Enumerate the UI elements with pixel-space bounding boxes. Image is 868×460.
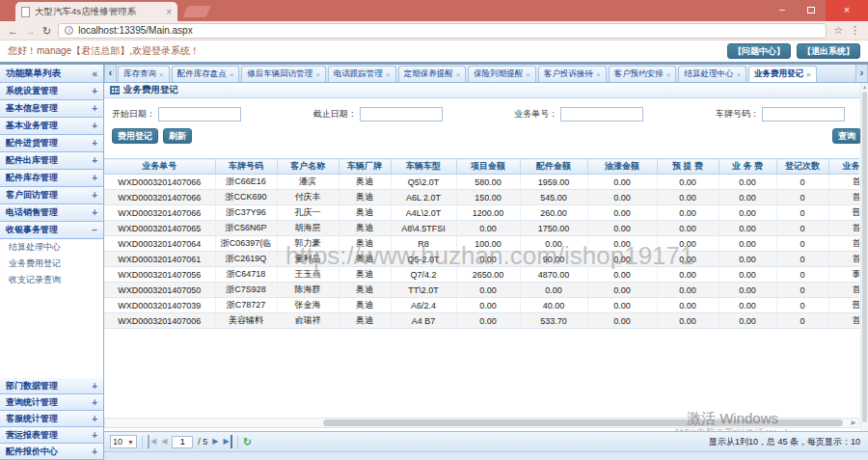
vscroll-thumb[interactable] <box>862 92 867 422</box>
table-row[interactable]: WXD0003201407065浙C56N6P胡海层奥迪A8\4.5TFSI0.… <box>104 221 859 236</box>
logout-button[interactable]: 【退出系统】 <box>797 43 860 59</box>
tab-close-icon[interactable]: × <box>736 70 741 79</box>
sidebar-group-配件库存管理[interactable]: 配件库存管理+ <box>0 170 103 187</box>
column-header-车辆车型[interactable]: 车辆车型 <box>391 159 456 175</box>
sidebar-group-配件进货管理[interactable]: 配件进货管理+ <box>0 135 103 152</box>
column-header-登记次数[interactable]: 登记次数 <box>776 159 828 175</box>
tab-close-icon[interactable]: × <box>315 70 320 79</box>
tab-业务费用登记[interactable]: 业务费用登记× <box>748 66 817 82</box>
grid-cell: Q5\2.0T <box>391 175 456 190</box>
pagination-bar: 10 ▼ ◀ ◀ / 5 ▶ ▶ ↻ 显示从1到10，总 45 条，每页显示：1… <box>104 431 868 451</box>
last-page-icon[interactable]: ▶ <box>223 435 231 448</box>
fee-register-button[interactable]: 费用登记 <box>112 128 158 144</box>
plate-no-input[interactable] <box>762 107 845 122</box>
bookmark-star-icon[interactable]: ☆ <box>833 24 843 37</box>
sidebar-group-部门数据管理[interactable]: 部门数据管理+ <box>0 378 103 394</box>
column-header-项目金额[interactable]: 项目金额 <box>456 159 520 175</box>
sidebar-item-业务费用登记[interactable]: 业务费用登记 <box>0 256 103 272</box>
browser-menu-icon[interactable]: ⋮ <box>850 24 860 37</box>
sidebar-group-客户回访管理[interactable]: 客户回访管理+ <box>0 187 103 204</box>
sidebar-group-系统设置管理[interactable]: 系统设置管理+ <box>0 83 103 100</box>
tab-scroll-left-icon[interactable]: ‹ <box>104 65 117 82</box>
tab-配件库存盘点[interactable]: 配件库存盘点× <box>172 66 240 82</box>
minimize-button[interactable]: – <box>768 0 797 21</box>
table-row[interactable]: WXD0003201407066浙CCK690付庆丰奥迪A6L 2.0T150.… <box>104 190 859 205</box>
sidebar-group-客服统计管理[interactable]: 客服统计管理+ <box>0 411 103 427</box>
tab-库存查询[interactable]: 库存查询× <box>118 66 170 82</box>
tab-结算处理中心[interactable]: 结算处理中心× <box>678 66 746 82</box>
sidebar-item-结算处理中心[interactable]: 结算处理中心 <box>0 239 103 256</box>
search-button[interactable]: 查询 <box>832 128 861 144</box>
tab-电话跟踪管理[interactable]: 电话跟踪管理× <box>328 66 396 82</box>
column-header-业 务 费[interactable]: 业 务 费 <box>719 159 776 175</box>
sidebar-collapse-icon[interactable]: « <box>92 68 97 79</box>
order-no-input[interactable] <box>560 107 643 122</box>
sidebar-group-电话销售管理[interactable]: 电话销售管理+ <box>0 204 103 222</box>
sidebar-group-营运报表管理[interactable]: 营运报表管理+ <box>0 427 103 444</box>
info-icon[interactable]: i <box>65 26 73 35</box>
site-watermark: https://www.huzhan.com/ishop19171 <box>285 241 693 271</box>
maximize-button[interactable] <box>797 0 826 21</box>
table-row[interactable]: WXD0003201407050浙C7S928陈海群奥迪TT\2.0T0.000… <box>104 283 859 298</box>
grid-cell: 260.00 <box>520 205 587 221</box>
tab-保险到期提醒[interactable]: 保险到期提醒× <box>468 66 536 82</box>
browser-tab[interactable]: 大型汽车4s店维修管理系 × <box>15 2 177 21</box>
url-bar[interactable]: i localhost:13395/Main.aspx <box>58 23 827 39</box>
tab-客户投诉接待[interactable]: 客户投诉接待× <box>538 66 607 82</box>
column-header-车牌号码[interactable]: 车牌号码 <box>215 159 277 175</box>
tab-close-icon[interactable]: × <box>806 70 811 79</box>
page-number-input[interactable] <box>172 436 193 448</box>
table-row[interactable]: WXD0003201407006美容辅料俞瑞祥奥迪A4 B70.00533.70… <box>104 313 859 329</box>
reload-icon[interactable]: ↻ <box>42 22 51 40</box>
column-header-预 提 费[interactable]: 预 提 费 <box>657 159 719 175</box>
page-size-select[interactable]: 10 ▼ <box>110 435 137 448</box>
sidebar-group-查询统计管理[interactable]: 查询统计管理+ <box>0 394 103 411</box>
start-date-input[interactable] <box>158 107 241 122</box>
table-row[interactable]: WXD0003201407039浙C78727张金海奥迪A6/2.40.0040… <box>104 298 859 313</box>
grid-cell: 首保 <box>828 175 859 190</box>
prev-page-icon[interactable]: ◀ <box>161 435 167 448</box>
tab-close-icon[interactable]: × <box>596 70 601 79</box>
tab-close-icon[interactable]: × <box>526 70 530 79</box>
sidebar-group-基本信息管理[interactable]: 基本信息管理+ <box>0 100 103 118</box>
new-tab-button[interactable] <box>182 6 211 17</box>
column-header-业务单号[interactable]: 业务单号 <box>104 159 215 175</box>
next-page-icon[interactable]: ▶ <box>212 435 218 448</box>
column-header-业务类别[interactable]: 业务类别 <box>828 159 859 175</box>
pager-refresh-icon[interactable]: ↻ <box>243 436 252 448</box>
tab-close-icon[interactable]: × <box>666 70 671 79</box>
table-row[interactable]: WXD0003201407066浙C37Y96孔庆一奥迪A4L\2.0T1200… <box>104 205 859 221</box>
page-size-value: 10 <box>113 437 122 446</box>
column-header-车辆厂牌[interactable]: 车辆厂牌 <box>339 159 391 175</box>
tab-scroll-right-icon[interactable]: › <box>855 65 868 82</box>
tab-close-icon[interactable]: × <box>166 7 172 17</box>
column-header-配件金额[interactable]: 配件金额 <box>520 159 587 175</box>
refresh-button[interactable]: 刷新 <box>163 128 192 144</box>
tab-客户预约安排[interactable]: 客户预约安排× <box>609 66 677 82</box>
sidebar-group-基本业务管理[interactable]: 基本业务管理+ <box>0 118 103 135</box>
tab-close-icon[interactable]: × <box>159 70 164 79</box>
column-header-客户名称[interactable]: 客户名称 <box>277 159 339 175</box>
hscroll-right-icon[interactable]: ▶ <box>849 419 858 427</box>
tab-close-icon[interactable]: × <box>456 70 461 79</box>
first-page-icon[interactable]: ◀ <box>148 435 156 448</box>
forward-icon[interactable]: → <box>25 22 36 40</box>
tab-修后车辆回访管理[interactable]: 修后车辆回访管理× <box>241 66 326 82</box>
sidebar-group-配件报价中心[interactable]: 配件报价中心+ <box>0 444 103 460</box>
vertical-scrollbar[interactable]: ▲ <box>860 83 868 431</box>
problem-center-button[interactable]: 【问题中心】 <box>727 43 791 59</box>
tab-close-icon[interactable]: × <box>386 70 391 79</box>
end-date-input[interactable] <box>360 107 443 122</box>
vscroll-up-icon[interactable]: ▲ <box>861 83 868 91</box>
close-button[interactable]: × <box>826 0 868 21</box>
table-row[interactable]: WXD0003201407066浙C66E16潘滨奥迪Q5\2.0T580.00… <box>104 175 859 190</box>
back-icon[interactable]: ← <box>8 22 18 40</box>
tab-定期保养提醒[interactable]: 定期保养提醒× <box>398 66 467 82</box>
sidebar-group-配件出库管理[interactable]: 配件出库管理+ <box>0 152 103 170</box>
sidebar-group-收银事务管理[interactable]: 收银事务管理− <box>0 222 103 239</box>
footer-strip <box>104 451 868 460</box>
column-header-油漆金额[interactable]: 油漆金额 <box>587 159 657 175</box>
sidebar-item-收支记录查询[interactable]: 收支记录查询 <box>0 272 103 288</box>
tab-close-icon[interactable]: × <box>230 70 234 79</box>
browser-tab-title: 大型汽车4s店维修管理系 <box>35 6 161 18</box>
